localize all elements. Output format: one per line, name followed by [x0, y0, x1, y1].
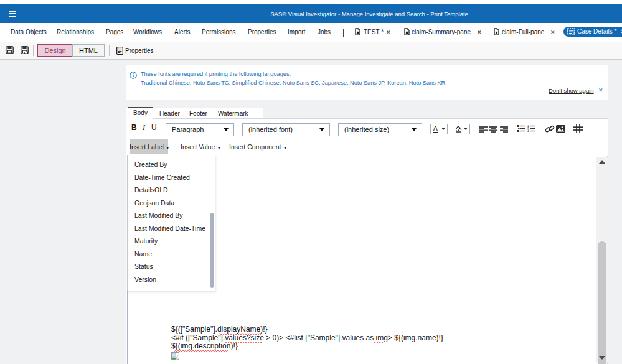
svg-text:3: 3	[527, 129, 529, 132]
